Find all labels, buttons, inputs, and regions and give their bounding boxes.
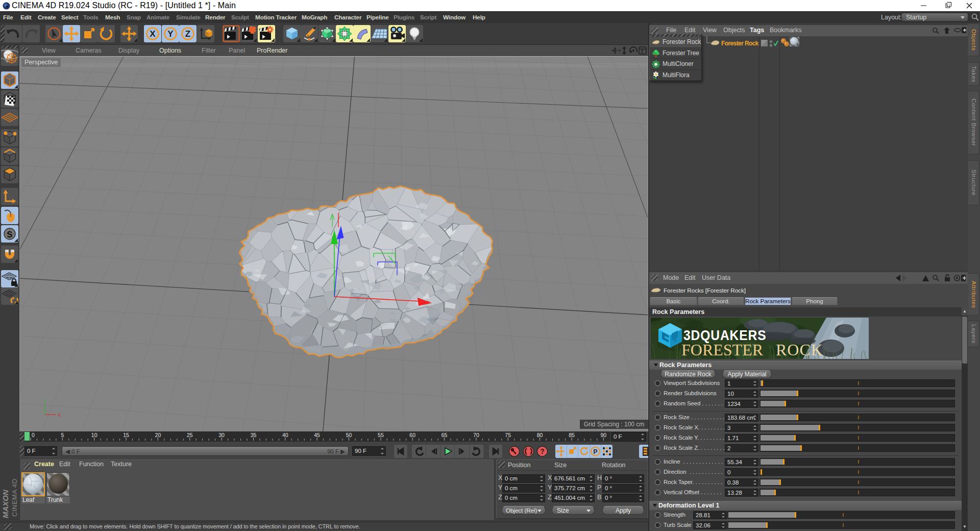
svg-text:55: 55: [378, 432, 384, 438]
svg-text:ROCK: ROCK: [776, 341, 823, 359]
svg-text:40: 40: [282, 432, 288, 438]
svg-text:25: 25: [187, 432, 193, 438]
svg-text:45: 45: [314, 432, 320, 438]
svg-text:10: 10: [91, 432, 97, 438]
svg-text:60: 60: [409, 432, 415, 438]
svg-text:X: X: [58, 413, 61, 418]
svg-text:75: 75: [505, 432, 511, 438]
svg-text:65: 65: [442, 432, 448, 438]
svg-text:70: 70: [473, 432, 479, 438]
svg-text:S: S: [7, 230, 12, 239]
svg-text:?: ?: [540, 447, 545, 455]
svg-text:Y: Y: [167, 29, 174, 39]
svg-text:FORESTER: FORESTER: [681, 341, 764, 359]
svg-text:90: 90: [600, 432, 606, 438]
svg-text:15: 15: [123, 432, 129, 438]
svg-text:0: 0: [32, 432, 35, 438]
svg-text:85: 85: [569, 432, 575, 438]
svg-text:80: 80: [537, 432, 543, 438]
svg-text:MAXON: MAXON: [1, 489, 10, 518]
svg-text:5: 5: [61, 432, 64, 438]
svg-text:20: 20: [155, 432, 161, 438]
svg-text:X: X: [150, 29, 156, 39]
svg-text:Y: Y: [43, 399, 46, 404]
svg-text:50: 50: [346, 432, 352, 438]
svg-text:30: 30: [218, 432, 225, 438]
svg-text:CINEMA 4D: CINEMA 4D: [11, 478, 18, 517]
svg-text:Z: Z: [185, 29, 190, 39]
svg-text:35: 35: [251, 432, 257, 438]
svg-text:P: P: [593, 448, 597, 455]
